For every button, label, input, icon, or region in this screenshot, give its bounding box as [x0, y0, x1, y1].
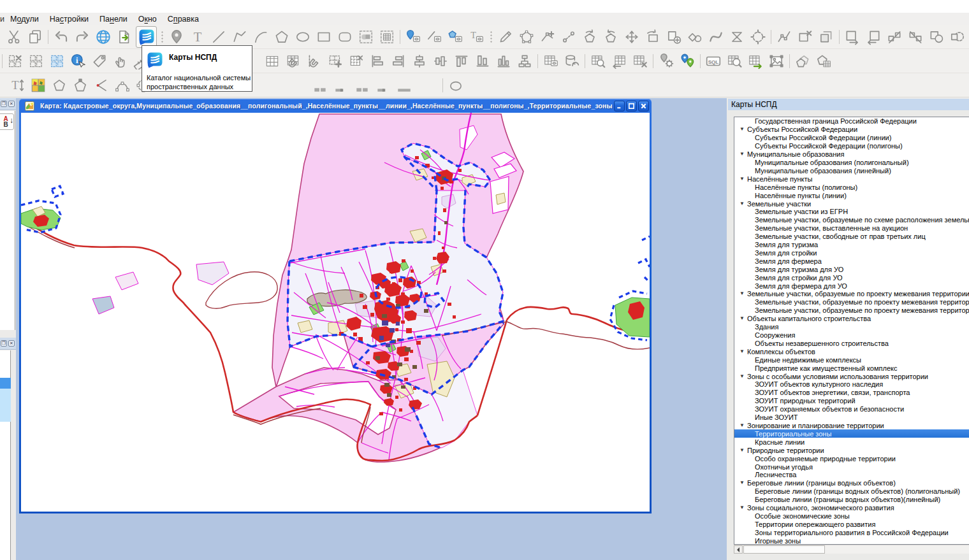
- rotate-shape-left-button[interactable]: [580, 27, 599, 47]
- tree-item[interactable]: Муниципальные образования (линейный): [734, 166, 969, 175]
- panel-restore-button[interactable]: ❐: [1, 101, 7, 107]
- rotate-frame-button[interactable]: [643, 27, 662, 47]
- tree-item[interactable]: Субъекты Российской Федерации (полигоны): [734, 142, 969, 150]
- collapse-arrow-icon[interactable]: ▼: [740, 348, 747, 355]
- menu-item-5[interactable]: Справка: [168, 15, 199, 24]
- circle-box-alt-button[interactable]: [948, 27, 967, 47]
- rounded-rectangle-button[interactable]: [335, 27, 354, 47]
- move-shape-button[interactable]: [622, 27, 641, 47]
- ellipse-button[interactable]: [293, 27, 312, 47]
- ellipse-small-button[interactable]: [446, 76, 465, 95]
- maximize-button[interactable]: [626, 101, 637, 111]
- pins-gear-button[interactable]: [657, 52, 676, 71]
- tree-item[interactable]: Земля для фермера для УО: [734, 282, 969, 290]
- tree-item[interactable]: Игорные зоны: [734, 536, 969, 545]
- tree-item[interactable]: Земельные участки, образуемые по проекту…: [734, 298, 969, 306]
- collapse-arrow-icon[interactable]: ▼: [740, 480, 747, 486]
- box-delete-button[interactable]: [796, 27, 815, 47]
- collapse-arrow-icon[interactable]: ▼: [740, 315, 747, 322]
- tree-group[interactable]: ▼Населённые пункты: [734, 175, 969, 183]
- slash-boxes-alt-button[interactable]: [906, 27, 925, 47]
- collapse-arrow-icon[interactable]: ▼: [740, 201, 747, 207]
- tree-group[interactable]: ▼Муниципальные образования: [734, 150, 969, 159]
- database-sync-button[interactable]: [562, 52, 581, 71]
- tree-group[interactable]: ▼Природные территории: [734, 446, 969, 454]
- link-vertices-button[interactable]: [559, 27, 578, 47]
- panel-restore-button[interactable]: ❐: [1, 340, 7, 347]
- polygon-button[interactable]: [272, 27, 291, 47]
- tree-item[interactable]: Здания: [734, 323, 969, 331]
- polygon-copy-button[interactable]: [793, 52, 812, 71]
- edge-cut-fragment-button[interactable]: [0, 27, 3, 47]
- tree-item[interactable]: Земельные участки, выставленные на аукци…: [734, 224, 969, 233]
- tree-item[interactable]: Субъекты Российской Федерации (линии): [734, 134, 969, 142]
- tree-item[interactable]: Красные линии: [734, 438, 969, 446]
- pentagon-node-button[interactable]: [71, 76, 90, 95]
- menu-item-1[interactable]: Модули: [10, 15, 39, 24]
- scrollbar-thumb[interactable]: [743, 545, 825, 554]
- diamond-circle-button[interactable]: [685, 27, 704, 47]
- arc-nodes-button[interactable]: [113, 76, 132, 95]
- box-arrow-button[interactable]: [843, 27, 862, 47]
- polygon-table-button[interactable]: [814, 52, 833, 71]
- map-colored-button[interactable]: [29, 76, 48, 95]
- align-top-button[interactable]: [452, 52, 471, 71]
- tree-group[interactable]: ▼Зоны социального, экономического развит…: [734, 504, 969, 512]
- align-right-button[interactable]: [389, 52, 408, 71]
- rectangle-button[interactable]: [314, 27, 333, 47]
- collapse-arrow-icon[interactable]: ▼: [740, 151, 747, 157]
- globe-button[interactable]: [94, 27, 113, 47]
- map-canvas[interactable]: [21, 113, 650, 512]
- curve-button[interactable]: [706, 27, 725, 47]
- text-attributes-button[interactable]: T: [467, 27, 486, 47]
- table-zoom-button[interactable]: [725, 52, 744, 71]
- tree-item[interactable]: Охотничьи угодья: [734, 463, 969, 471]
- guide-magnet-button[interactable]: [305, 52, 324, 71]
- tree-group[interactable]: ▼Субъекты Российской Федерации: [734, 126, 969, 134]
- menu-item-2[interactable]: Настройки: [50, 15, 89, 24]
- menu-item-3[interactable]: Панели: [99, 15, 127, 24]
- bars-step-button[interactable]: [332, 76, 351, 95]
- undo-button[interactable]: [52, 27, 71, 47]
- cut-button[interactable]: [4, 27, 24, 47]
- tree-item[interactable]: ЗОУИТ природных территорий: [734, 397, 969, 405]
- tree-item[interactable]: Земля для туризма: [734, 241, 969, 249]
- table-find-button[interactable]: [588, 52, 608, 71]
- bars-pair-button[interactable]: [310, 76, 330, 95]
- text-button[interactable]: T: [188, 27, 207, 47]
- arc-button[interactable]: [251, 27, 270, 47]
- window-title-bar[interactable]: Карта: Кадастровые_округа,Муниципальные_…: [19, 99, 652, 113]
- tag-button[interactable]: [90, 52, 109, 71]
- panel-header[interactable]: Карты НСПД: [728, 99, 969, 110]
- tree-item[interactable]: Земельные участки, свободные от прав тре…: [734, 233, 969, 241]
- tree-item[interactable]: Предприятие как имущественный комплекс: [734, 364, 969, 372]
- shape-copy-button[interactable]: [817, 27, 836, 47]
- polygon-vertices-button[interactable]: [517, 27, 536, 47]
- horizontal-scrollbar[interactable]: [734, 545, 969, 554]
- pins-colored-button[interactable]: [678, 52, 697, 71]
- select-delete-button[interactable]: [6, 52, 25, 71]
- tree-item[interactable]: ЗОУИТ охраняемых объектов и безопасности: [734, 405, 969, 413]
- tree-item[interactable]: Земельные участки, образуемые по схеме р…: [734, 216, 969, 224]
- pin-attributes-button[interactable]: [404, 27, 423, 47]
- tree-group[interactable]: ▼Земельные участки, образуемые по проект…: [734, 290, 969, 298]
- tree-item[interactable]: Особо охраняемые природные территории: [734, 454, 969, 463]
- tree-item[interactable]: Земельные участки, образуемые по проекту…: [734, 306, 969, 315]
- align-left-button[interactable]: [368, 52, 387, 71]
- collapse-arrow-icon[interactable]: ▼: [740, 176, 747, 182]
- tree-item[interactable]: Земля для стройки: [734, 249, 969, 257]
- export-page-button[interactable]: [115, 27, 134, 47]
- redo-button[interactable]: [73, 27, 92, 47]
- sort-ab-button[interactable]: A B ↓: [0, 113, 14, 130]
- minimize-button[interactable]: [614, 101, 625, 111]
- identify-button[interactable]: i: [69, 52, 88, 71]
- grid-magnet-button[interactable]: [284, 52, 303, 71]
- tree-group[interactable]: ▼Земельные участки: [734, 199, 969, 208]
- chart-bars-button[interactable]: [494, 52, 513, 71]
- select-boxes-button[interactable]: [27, 52, 46, 71]
- tree-item[interactable]: Зоны территориального развития в Российс…: [734, 528, 969, 536]
- tree-item[interactable]: Территории опережающего развития: [734, 520, 969, 528]
- tree-item[interactable]: Единые недвижимые комплексы: [734, 355, 969, 364]
- collapse-arrow-icon[interactable]: ▼: [740, 126, 747, 133]
- image-select-button[interactable]: [767, 52, 786, 71]
